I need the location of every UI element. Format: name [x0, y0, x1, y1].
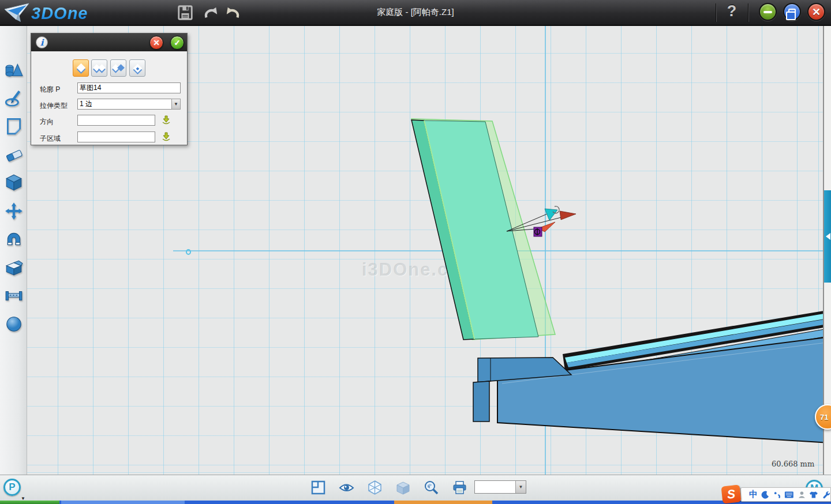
info-icon[interactable]: i: [36, 36, 48, 48]
diamond-dot-icon: [133, 64, 143, 73]
shaded-cube-icon[interactable]: [395, 480, 411, 495]
magnet-assembly-icon[interactable]: [4, 230, 24, 249]
confirm-button[interactable]: ✓: [170, 36, 184, 50]
sketch-plane-icon[interactable]: [4, 116, 24, 136]
material-sphere-icon[interactable]: [4, 314, 24, 334]
field-label-direction: 方向: [40, 117, 54, 127]
cancel-button[interactable]: ✕: [149, 36, 163, 50]
close-button[interactable]: ✕: [807, 3, 825, 21]
p-label: P: [9, 482, 15, 493]
diamond-icon: [77, 63, 86, 73]
minimize-icon: [763, 11, 772, 13]
document-title: 家庭版 - [阿帕奇.Z1]: [0, 7, 831, 18]
print-icon[interactable]: [452, 480, 467, 495]
dropdown-arrow-icon: ▼: [515, 481, 526, 493]
titlebar-separator: [748, 3, 748, 22]
move-icon[interactable]: [4, 201, 24, 221]
visibility-eye-icon[interactable]: [339, 480, 354, 495]
help-button[interactable]: ?: [724, 2, 740, 20]
keyboard-icon[interactable]: [784, 491, 794, 499]
sketch-draw-icon[interactable]: [4, 88, 24, 108]
viewport-layout-icon[interactable]: [310, 480, 326, 495]
titlebar-separator: [716, 3, 716, 22]
taskbar-item-active[interactable]: [394, 501, 492, 504]
field-label-extrude-type: 拉伸类型: [40, 101, 68, 111]
mode-extrude-one-side[interactable]: [73, 59, 89, 77]
extrude-type-select[interactable]: [77, 99, 181, 110]
badge-count: 71: [820, 413, 828, 422]
wrench-icon[interactable]: [822, 490, 830, 499]
primitive-shapes-icon[interactable]: [4, 61, 24, 80]
os-taskbar[interactable]: [0, 501, 831, 504]
chevron-left-icon: [826, 233, 830, 240]
taskbar-item[interactable]: [61, 501, 185, 504]
restore-button[interactable]: [783, 3, 801, 21]
start-button-sliver[interactable]: [0, 501, 59, 504]
ime-toolbar: 中: [740, 487, 831, 502]
minimize-button[interactable]: [759, 3, 777, 21]
mode-extrude-to-point[interactable]: [129, 59, 145, 77]
moon-icon[interactable]: [761, 490, 770, 499]
sogou-logo[interactable]: S: [721, 484, 742, 503]
profile-input[interactable]: [77, 82, 181, 93]
mode-extrude-two-sides[interactable]: [91, 59, 107, 77]
eraser-icon[interactable]: [4, 145, 24, 164]
field-label-subregion: 子区域: [40, 134, 61, 144]
bottom-toolbar: P ▼ ▼ M: [0, 475, 831, 501]
diamond-blue-icon: [117, 64, 125, 72]
ime-language-toggle[interactable]: 中: [749, 489, 758, 500]
dialog-header: i ✕ ✓: [31, 33, 187, 51]
extrude-type-dropdown-arrow[interactable]: ▼: [171, 99, 181, 110]
wireframe-cube-icon[interactable]: [367, 480, 383, 495]
user-icon[interactable]: [798, 490, 806, 499]
direction-input[interactable]: [77, 115, 155, 126]
left-toolbar: [0, 26, 27, 475]
extrude-dialog: i ✕ ✓ 轮廓 P 拉伸类型 ▼ 方向 子区域: [31, 33, 188, 145]
panel-expand-tab[interactable]: [824, 190, 831, 283]
p-plane-button[interactable]: P: [3, 479, 21, 496]
combine-box-icon[interactable]: [4, 258, 24, 277]
zoom-magnifier-icon[interactable]: [424, 480, 439, 495]
subregion-pick-icon[interactable]: [161, 131, 171, 142]
field-label-profile: 轮廓 P: [40, 85, 60, 95]
title-bar: 3DOne 家庭版 - [阿帕奇.Z1] ? ✕: [0, 0, 831, 26]
red-cone-handle[interactable]: [560, 211, 576, 220]
close-icon: ✕: [812, 7, 821, 17]
measure-icon[interactable]: [4, 286, 24, 306]
subregion-input[interactable]: [77, 131, 155, 142]
view-preset-dropdown[interactable]: ▼: [474, 480, 526, 494]
mode-extrude-symmetric[interactable]: [110, 59, 126, 77]
direction-pick-icon[interactable]: [161, 115, 171, 125]
restore-icon: [788, 9, 796, 15]
feature-cube-icon[interactable]: [4, 173, 24, 193]
skin-tshirt-icon[interactable]: [809, 490, 818, 499]
punctuation-icon[interactable]: [773, 490, 781, 499]
dimension-label: 60.668 mm: [772, 460, 814, 468]
